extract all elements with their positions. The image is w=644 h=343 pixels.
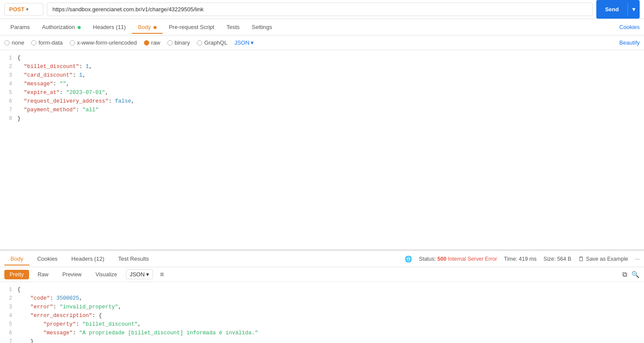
preview-button[interactable]: Preview xyxy=(57,270,87,279)
req-line-2: 2 "billet_discount": 1, xyxy=(0,62,644,71)
tab-prerequest[interactable]: Pre-request Script xyxy=(163,20,220,34)
method-label: POST xyxy=(9,6,24,13)
more-options-icon[interactable]: ··· xyxy=(635,256,640,262)
radio-raw[interactable]: raw xyxy=(144,39,160,46)
tab-params[interactable]: Params xyxy=(4,20,36,34)
response-body-viewer: 1 { 2 "code": 3500025, 3 "error": "inval… xyxy=(0,282,644,343)
resp-json-chevron-icon: ▾ xyxy=(146,271,149,278)
req-line-5: 5 "expire_at": "2023-07-01", xyxy=(0,88,644,97)
response-section: Body Cookies Headers (12) Test Results 🌐… xyxy=(0,250,644,343)
req-line-1: 1 { xyxy=(0,54,644,62)
time-info: Time: 419 ms xyxy=(504,256,536,262)
cookies-button[interactable]: Cookies xyxy=(619,24,640,30)
pretty-button[interactable]: Pretty xyxy=(4,270,29,279)
radio-binary[interactable]: binary xyxy=(167,39,190,46)
response-json-select[interactable]: JSON ▾ xyxy=(126,269,153,279)
body-type-row: none form-data x-www-form-urlencoded raw… xyxy=(0,36,644,50)
send-button[interactable]: Send ▾ xyxy=(596,0,640,19)
raw-button[interactable]: Raw xyxy=(33,270,54,279)
save-as-example-button[interactable]: 🗒 Save as Example xyxy=(578,256,628,262)
search-icon[interactable]: 🔍 xyxy=(631,271,640,278)
method-chevron-icon: ▾ xyxy=(26,7,28,12)
resp-line-2: 2 "code": 3500025, xyxy=(0,294,644,303)
radio-raw-dot xyxy=(144,40,149,45)
body-dot xyxy=(154,26,157,29)
response-status-area: 🌐 Status: 500 Internal Server Error Time… xyxy=(405,256,640,262)
tab-settings[interactable]: Settings xyxy=(246,20,278,34)
response-tabs-row: Body Cookies Headers (12) Test Results 🌐… xyxy=(0,251,644,267)
status-info: Status: 500 Internal Server Error xyxy=(419,256,497,262)
radio-formdata[interactable]: form-data xyxy=(31,39,63,46)
radio-none[interactable]: none xyxy=(4,39,24,46)
globe-icon: 🌐 xyxy=(405,256,412,262)
resp-line-1: 1 { xyxy=(0,285,644,294)
request-code-content: 1 { 2 "billet_discount": 1, 3 "card_disc… xyxy=(0,50,644,249)
save-icon: 🗒 xyxy=(578,256,584,262)
copy-icon[interactable]: ⧉ xyxy=(622,271,627,278)
request-tabs-row: Params Authorization Headers (11) Body P… xyxy=(0,19,644,36)
resp-tab-testresults[interactable]: Test Results xyxy=(112,252,155,265)
url-input[interactable] xyxy=(47,3,593,16)
req-line-4: 4 "message": "", xyxy=(0,80,644,88)
req-line-3: 3 "card_discount": 1, xyxy=(0,71,644,80)
tab-headers[interactable]: Headers (11) xyxy=(87,20,132,34)
radio-binary-dot xyxy=(167,40,173,45)
beautify-button[interactable]: Beautify xyxy=(619,39,640,46)
send-dropdown-icon[interactable]: ▾ xyxy=(628,3,640,16)
req-line-6: 6 "request_delivery_address": false, xyxy=(0,97,644,106)
request-body-editor[interactable]: 1 { 2 "billet_discount": 1, 3 "card_disc… xyxy=(0,50,644,250)
resp-tab-headers[interactable]: Headers (12) xyxy=(65,252,111,265)
size-info: Size: 564 B xyxy=(543,256,571,262)
radio-urlencoded[interactable]: x-www-form-urlencoded xyxy=(70,39,137,46)
radio-graphql-dot xyxy=(197,40,202,45)
method-select[interactable]: POST ▾ xyxy=(4,3,43,16)
resp-tab-cookies[interactable]: Cookies xyxy=(31,252,64,265)
json-type-select[interactable]: JSON ▾ xyxy=(234,39,254,46)
radio-formdata-dot xyxy=(31,40,36,45)
url-bar: POST ▾ Send ▾ xyxy=(0,0,644,19)
tab-authorization[interactable]: Authorization xyxy=(36,20,87,34)
resp-line-5: 5 "property": "billet_discount", xyxy=(0,320,644,329)
auth-dot xyxy=(78,26,81,29)
visualize-button[interactable]: Visualize xyxy=(90,270,122,279)
resp-line-7: 7 } xyxy=(0,337,644,343)
json-chevron-icon: ▾ xyxy=(251,39,254,46)
resp-line-4: 4 "error_description": { xyxy=(0,311,644,320)
radio-urlencoded-dot xyxy=(70,40,75,45)
response-code-content: 1 { 2 "code": 3500025, 3 "error": "inval… xyxy=(0,282,644,343)
response-format-row: Pretty Raw Preview Visualize JSON ▾ ≡ ⧉ … xyxy=(0,267,644,282)
req-line-8: 8 } xyxy=(0,114,644,123)
send-label: Send xyxy=(596,3,628,16)
tab-body[interactable]: Body xyxy=(132,20,163,34)
tab-tests[interactable]: Tests xyxy=(220,20,245,34)
resp-tab-body[interactable]: Body xyxy=(4,252,29,265)
filter-icon[interactable]: ≡ xyxy=(160,271,164,278)
radio-none-dot xyxy=(4,40,10,45)
resp-line-6: 6 "message": "A propriedade [billet_disc… xyxy=(0,329,644,337)
radio-graphql[interactable]: GraphQL xyxy=(197,39,227,46)
resp-right-icons: ⧉ 🔍 xyxy=(622,271,640,278)
req-line-7: 7 "payment_method": "all" xyxy=(0,106,644,114)
resp-line-3: 3 "error": "invalid_property", xyxy=(0,303,644,311)
